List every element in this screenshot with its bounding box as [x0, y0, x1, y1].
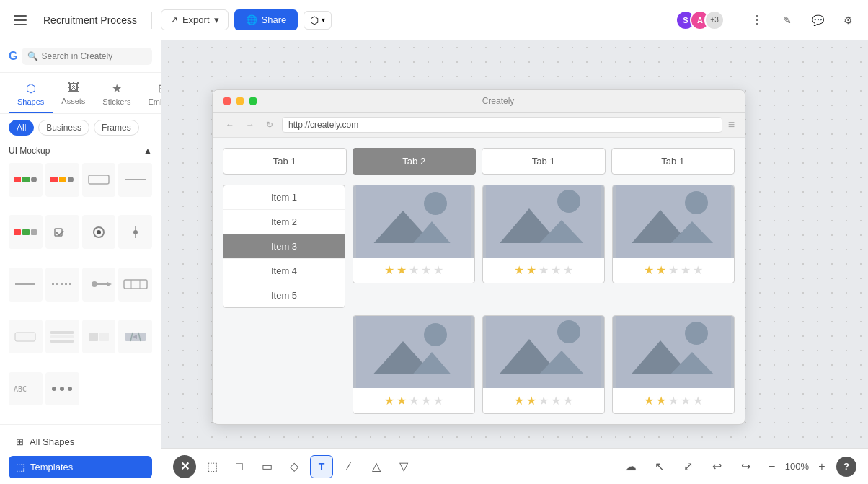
shape-item[interactable] — [118, 320, 152, 353]
tab-assets[interactable]: 🖼 Assets — [53, 79, 94, 113]
export-button[interactable]: ↗ Export ▾ — [161, 9, 229, 30]
undo-button[interactable]: ↩ — [706, 455, 729, 478]
shape-item[interactable] — [9, 268, 43, 302]
more-options-button[interactable]: ⋮ — [745, 9, 769, 32]
list-item-1[interactable]: Item 1 — [223, 185, 345, 210]
search-input[interactable] — [41, 51, 146, 61]
shape-item[interactable] — [45, 268, 79, 302]
star-empty: ★ — [551, 394, 561, 408]
mockup-content: Tab 1 Tab 2 Tab 1 Tab 1 Item 1 Item 2 It… — [213, 138, 745, 424]
tab-shapes[interactable]: ⬡ Shapes — [9, 79, 53, 113]
image-placeholder-2 — [353, 185, 474, 258]
move-button[interactable]: ⤢ — [677, 455, 700, 478]
cards-grid: Item 1 Item 2 Item 3 Item 4 Item 5 — [223, 185, 735, 308]
shape-item[interactable] — [45, 215, 79, 249]
shape-item[interactable] — [118, 215, 152, 249]
avatar-overflow[interactable]: +3 — [704, 10, 725, 30]
templates-button[interactable]: ⬚ Templates — [9, 456, 152, 478]
cloud-save-button[interactable]: ☁ — [619, 455, 642, 478]
g-logo[interactable]: G — [9, 50, 17, 63]
triangle-tool-button[interactable]: △ — [365, 455, 388, 478]
shape-item[interactable] — [9, 320, 43, 353]
window-titlebar: Creately — [213, 90, 745, 113]
diamond-tool-button[interactable]: ◇ — [283, 455, 306, 478]
cursor-button[interactable]: ↖ — [648, 455, 671, 478]
close-panel-button[interactable]: ✕ — [173, 455, 196, 478]
shape-item[interactable] — [82, 320, 116, 353]
image-card-2: ★ ★ ★ ★ ★ — [353, 185, 475, 283]
canvas-area[interactable]: Tina Shiva David Andrea Creately ← → ↻ ≡ — [161, 40, 868, 484]
top-toolbar: Recruitment Process ↗ Export ▾ 🌐 Share ⬡… — [0, 0, 868, 40]
svg-rect-6 — [89, 175, 109, 184]
shape-item[interactable] — [9, 215, 43, 249]
shape-item[interactable] — [9, 163, 43, 197]
image-placeholder-bottom-3 — [483, 316, 604, 388]
star-filled: ★ — [656, 263, 666, 277]
minimize-dot[interactable] — [236, 97, 244, 105]
zoom-in-button[interactable]: + — [813, 458, 831, 475]
rectangle-tool-button[interactable]: □ — [228, 455, 251, 478]
settings-icon[interactable]: ⚙ — [836, 9, 859, 32]
menu-button[interactable] — [9, 9, 32, 32]
star-empty: ★ — [539, 263, 549, 277]
list-item-5[interactable]: Item 5 — [223, 283, 345, 307]
redo-button[interactable]: ↪ — [735, 455, 758, 478]
zoom-level[interactable]: 100% — [785, 461, 809, 472]
rounded-rectangle-tool-button[interactable]: ▭ — [255, 455, 278, 478]
close-dot[interactable] — [223, 97, 231, 105]
filter-all[interactable]: All — [9, 120, 34, 136]
shape-item[interactable] — [82, 215, 116, 249]
mock-tab-1[interactable]: Tab 1 — [223, 148, 347, 175]
filter-frames[interactable]: Frames — [94, 120, 139, 136]
window-menu-button[interactable]: ≡ — [728, 118, 735, 131]
reload-button[interactable]: ↻ — [263, 118, 276, 131]
star-filled: ★ — [644, 263, 654, 277]
list-item-4[interactable]: Item 4 — [223, 259, 345, 283]
filter-business[interactable]: Business — [38, 120, 89, 136]
shape-item[interactable] — [82, 268, 116, 302]
shape-item[interactable]: ABC — [9, 372, 43, 406]
text-tool-button[interactable]: T — [310, 455, 333, 478]
shape-item[interactable] — [45, 320, 79, 353]
image-column-bottom-4: ★ ★ ★ ★ ★ — [612, 315, 735, 414]
line-tool-button[interactable]: ∕ — [337, 455, 360, 478]
shape-item[interactable] — [45, 372, 79, 406]
image-column-bottom-3: ★ ★ ★ ★ ★ — [482, 315, 605, 414]
list-item-2[interactable]: Item 2 — [223, 210, 345, 234]
list-item-3[interactable]: Item 3 — [223, 234, 345, 259]
mock-tab-3[interactable]: Tab 1 — [482, 148, 606, 175]
star-filled: ★ — [384, 263, 394, 277]
help-button[interactable]: ? — [836, 457, 856, 477]
forward-button[interactable]: → — [243, 118, 257, 131]
back-button[interactable]: ← — [223, 118, 237, 131]
svg-rect-10 — [31, 229, 37, 235]
document-title[interactable]: Recruitment Process — [37, 12, 143, 29]
section-header-ui-mockup[interactable]: UI Mockup ▲ — [0, 141, 161, 160]
cards-grid-row2: ★ ★ ★ ★ ★ — [223, 315, 735, 414]
svg-rect-1 — [22, 177, 30, 182]
maximize-dot[interactable] — [249, 97, 257, 105]
shapes-icon: ⬡ — [26, 82, 36, 95]
edit-icon[interactable]: ✎ — [776, 9, 799, 32]
svg-point-54 — [424, 323, 447, 346]
all-shapes-button[interactable]: ⊞ All Shapes — [9, 431, 152, 453]
image-card-bottom-4: ★ ★ ★ ★ ★ — [612, 315, 735, 414]
cursor-tool-btn[interactable]: ⬡ ▾ — [304, 11, 332, 30]
svg-rect-28 — [89, 333, 98, 341]
zoom-out-button[interactable]: − — [763, 458, 781, 475]
arrow-tool-button[interactable]: ▽ — [392, 455, 415, 478]
svg-rect-26 — [50, 335, 74, 338]
shape-item[interactable] — [118, 163, 152, 197]
tab-stickers[interactable]: ★ Stickers — [94, 79, 139, 113]
svg-rect-52 — [616, 243, 731, 258]
shape-item[interactable] — [82, 163, 116, 197]
shape-item[interactable] — [118, 268, 152, 302]
address-input[interactable] — [282, 117, 722, 133]
comment-icon[interactable]: 💬 — [806, 9, 829, 32]
stars-row-bottom-3: ★ ★ ★ ★ ★ — [483, 388, 604, 413]
mock-tab-2[interactable]: Tab 2 — [353, 148, 477, 175]
share-button[interactable]: 🌐 Share — [234, 9, 298, 30]
frame-tool-button[interactable]: ⬚ — [200, 455, 223, 478]
mock-tab-4[interactable]: Tab 1 — [611, 148, 735, 175]
shape-item[interactable] — [45, 163, 79, 197]
